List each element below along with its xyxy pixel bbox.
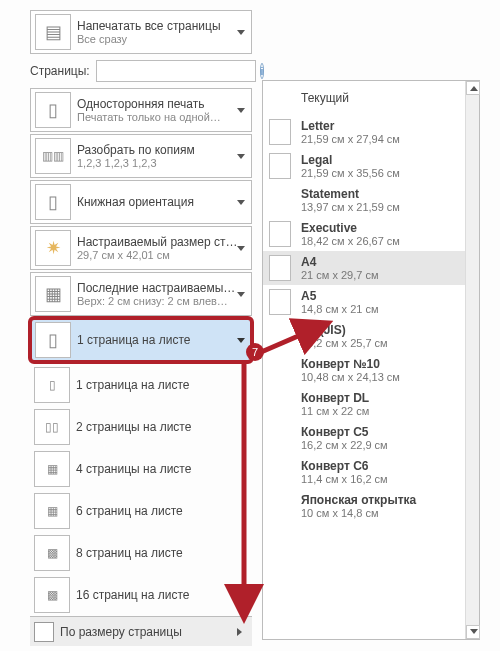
paper-size-list[interactable]: ТекущийLetter21,59 см x 27,94 смLegal21,… xyxy=(263,81,479,639)
paper-size-dimensions: 21 см x 29,7 см xyxy=(301,269,379,281)
paper-size-dropdown[interactable]: ✷ Настраиваемый размер ст… 29,7 см x 42,… xyxy=(30,226,252,270)
chevron-right-icon xyxy=(237,628,242,636)
chevron-down-icon xyxy=(237,30,245,35)
paper-size-checkbox[interactable] xyxy=(269,289,291,315)
margins-title: Последние настраиваемы… xyxy=(77,281,251,295)
paper-size-option[interactable]: B5 (JIS)18,2 см x 25,7 см xyxy=(263,319,465,353)
pages-per-sheet-option-label: 6 страниц на листе xyxy=(76,504,183,518)
fit-to-page-item[interactable]: По размеру страницы xyxy=(30,616,252,646)
pages-per-sheet-option-icon: ▩ xyxy=(34,577,70,613)
paper-size-title: Настраиваемый размер ст… xyxy=(77,235,251,249)
paper-size-option[interactable]: Конверт C516,2 см x 22,9 см xyxy=(263,421,465,455)
pages-per-sheet-option-label: 1 страница на листе xyxy=(76,378,189,392)
pages-per-sheet-dropdown[interactable]: ▯ 1 страница на листе xyxy=(30,318,252,362)
paper-size-option[interactable]: Letter21,59 см x 27,94 см xyxy=(263,115,465,149)
chevron-down-icon xyxy=(237,246,245,251)
paper-size-flyout: ТекущийLetter21,59 см x 27,94 смLegal21,… xyxy=(262,80,480,640)
paper-size-icon: ✷ xyxy=(35,230,71,266)
chevron-down-icon xyxy=(237,200,245,205)
paper-size-option[interactable]: A421 см x 29,7 см xyxy=(263,251,465,285)
collate-dropdown[interactable]: ▥▥ Разобрать по копиям 1,2,3 1,2,3 1,2,3 xyxy=(30,134,252,178)
paper-size-checkbox[interactable] xyxy=(269,119,291,145)
print-range-title: Напечатать все страницы xyxy=(77,19,251,33)
paper-size-option[interactable]: Конверт №1010,48 см x 24,13 см xyxy=(263,353,465,387)
print-range-sub: Все сразу xyxy=(77,33,251,45)
portrait-icon: ▯ xyxy=(35,184,71,220)
paper-size-name: Текущий xyxy=(301,91,349,105)
chevron-down-icon xyxy=(237,292,245,297)
pages-per-sheet-option[interactable]: ▩16 страниц на листе xyxy=(30,574,252,616)
pages-per-sheet-option-icon: ▦ xyxy=(34,493,70,529)
sides-dropdown[interactable]: ▯ Односторонняя печать Печатать только н… xyxy=(30,88,252,132)
pages-per-sheet-option-icon: ▯ xyxy=(34,367,70,403)
collate-icon: ▥▥ xyxy=(35,138,71,174)
paper-size-dimensions: 13,97 см x 21,59 см xyxy=(301,201,400,213)
paper-size-option[interactable]: A514,8 см x 21 см xyxy=(263,285,465,319)
print-range-dropdown[interactable]: ▤ Напечатать все страницы Все сразу xyxy=(30,10,252,54)
pages-per-sheet-option-icon: ▩ xyxy=(34,535,70,571)
paper-size-name: B5 (JIS) xyxy=(301,323,388,337)
sides-title: Односторонняя печать xyxy=(77,97,251,111)
pages-icon: ▤ xyxy=(35,14,71,50)
pages-per-sheet-option-label: 4 страницы на листе xyxy=(76,462,191,476)
pages-per-sheet-option[interactable]: ▦4 страницы на листе xyxy=(30,448,252,490)
info-icon[interactable]: i xyxy=(260,63,264,79)
paper-size-dimensions: 21,59 см x 35,56 см xyxy=(301,167,400,179)
paper-size-checkbox[interactable] xyxy=(269,221,291,247)
paper-size-option[interactable]: Конверт DL11 см x 22 см xyxy=(263,387,465,421)
pages-per-sheet-option[interactable]: ▯▯2 страницы на листе xyxy=(30,406,252,448)
paper-size-option[interactable]: Конверт C611,4 см x 16,2 см xyxy=(263,455,465,489)
paper-size-option[interactable]: Statement13,97 см x 21,59 см xyxy=(263,183,465,217)
paper-size-dimensions: 18,42 см x 26,67 см xyxy=(301,235,400,247)
paper-size-checkbox[interactable] xyxy=(269,153,291,179)
paper-size-dimensions: 21,59 см x 27,94 см xyxy=(301,133,400,145)
paper-size-dimensions: 18,2 см x 25,7 см xyxy=(301,337,388,349)
margins-icon: ▦ xyxy=(35,276,71,312)
paper-size-name: A4 xyxy=(301,255,379,269)
paper-size-option[interactable]: Текущий xyxy=(263,81,465,115)
paper-size-name: Конверт C6 xyxy=(301,459,388,473)
one-page-icon: ▯ xyxy=(35,322,71,358)
pages-per-sheet-option-icon: ▦ xyxy=(34,451,70,487)
pages-per-sheet-option-label: 16 страниц на листе xyxy=(76,588,189,602)
paper-size-dimensions: 10 см x 14,8 см xyxy=(301,507,416,519)
orientation-title: Книжная ориентация xyxy=(77,195,251,209)
pages-per-sheet-option[interactable]: ▦6 страниц на листе xyxy=(30,490,252,532)
paper-size-option[interactable]: Японская открытка10 см x 14,8 см xyxy=(263,489,465,523)
paper-size-dimensions: 16,2 см x 22,9 см xyxy=(301,439,388,451)
margins-dropdown[interactable]: ▦ Последние настраиваемы… Верх: 2 см сни… xyxy=(30,272,252,316)
pages-per-sheet-selected: 1 страница на листе xyxy=(77,333,251,347)
collate-title: Разобрать по копиям xyxy=(77,143,251,157)
paper-size-name: Legal xyxy=(301,153,400,167)
paper-size-name: Statement xyxy=(301,187,400,201)
chevron-down-icon xyxy=(237,108,245,113)
paper-size-name: Executive xyxy=(301,221,400,235)
collate-sub: 1,2,3 1,2,3 1,2,3 xyxy=(77,157,251,169)
paper-size-option[interactable]: Executive18,42 см x 26,67 см xyxy=(263,217,465,251)
pages-input[interactable] xyxy=(96,60,256,82)
scroll-up-button[interactable] xyxy=(466,81,480,95)
paper-size-option[interactable]: Legal21,59 см x 35,56 см xyxy=(263,149,465,183)
annotation-badge: 7 xyxy=(246,343,264,361)
orientation-dropdown[interactable]: ▯ Книжная ориентация xyxy=(30,180,252,224)
sides-sub: Печатать только на одной… xyxy=(77,111,251,123)
paper-size-dimensions: 10,48 см x 24,13 см xyxy=(301,371,400,383)
fit-to-page-label: По размеру страницы xyxy=(60,625,182,639)
paper-size-name: Letter xyxy=(301,119,400,133)
pages-per-sheet-option-label: 2 страницы на листе xyxy=(76,420,191,434)
pages-per-sheet-option-label: 8 страниц на листе xyxy=(76,546,183,560)
pages-per-sheet-option[interactable]: ▩8 страниц на листе xyxy=(30,532,252,574)
paper-size-dimensions: 14,8 см x 21 см xyxy=(301,303,379,315)
scroll-down-button[interactable] xyxy=(466,625,480,639)
paper-size-checkbox[interactable] xyxy=(269,255,291,281)
fit-icon xyxy=(34,622,54,642)
scrollbar[interactable] xyxy=(465,81,479,639)
chevron-down-icon xyxy=(237,154,245,159)
paper-size-name: Конверт DL xyxy=(301,391,369,405)
pages-per-sheet-option[interactable]: ▯1 страница на листе xyxy=(30,364,252,406)
paper-size-name: Конверт C5 xyxy=(301,425,388,439)
paper-size-sub: 29,7 см x 42,01 см xyxy=(77,249,251,261)
paper-size-name: Японская открытка xyxy=(301,493,416,507)
paper-size-dimensions: 11 см x 22 см xyxy=(301,405,369,417)
pages-per-sheet-option-icon: ▯▯ xyxy=(34,409,70,445)
